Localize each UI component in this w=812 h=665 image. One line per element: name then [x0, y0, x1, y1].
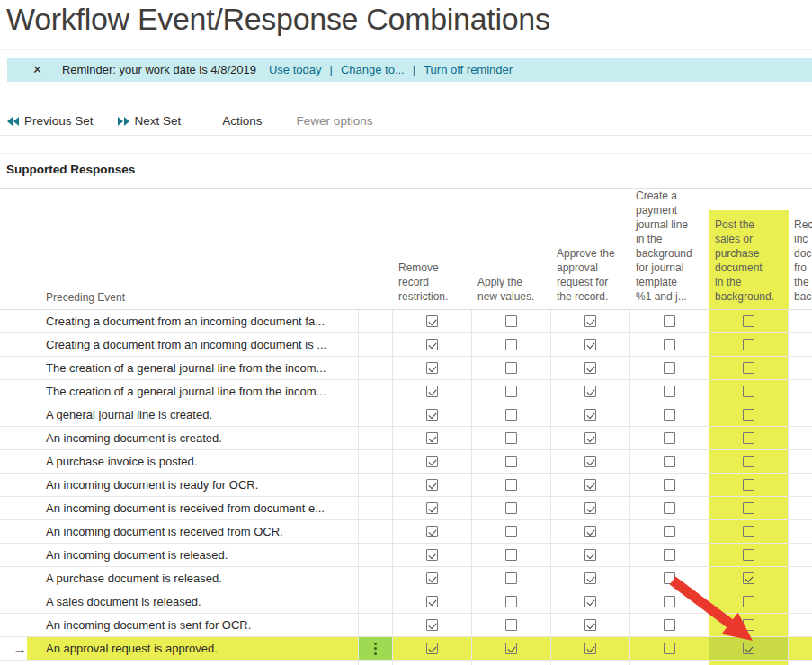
- checkbox[interactable]: [505, 572, 517, 584]
- column-header[interactable]: Recincdocfrothebac: [789, 217, 812, 312]
- checkbox-cell-apply-new-values[interactable]: [472, 380, 551, 403]
- checkbox[interactable]: [505, 456, 517, 467]
- turn-off-reminder-link[interactable]: Turn off reminder: [424, 63, 513, 76]
- checkbox[interactable]: [505, 502, 517, 514]
- checkbox-cell-apply-new-values[interactable]: [472, 614, 551, 636]
- checkbox[interactable]: [664, 596, 675, 607]
- checkbox[interactable]: [743, 362, 754, 374]
- checkbox[interactable]: [584, 549, 596, 561]
- row-selector-cell[interactable]: →: [0, 380, 40, 403]
- checkbox-cell-approve-approval-request[interactable]: [551, 637, 630, 660]
- row-ellipsis-cell[interactable]: [359, 520, 393, 543]
- checkbox[interactable]: [664, 456, 675, 467]
- checkbox[interactable]: [426, 479, 438, 491]
- checkbox-cell-create-payment-journal-line[interactable]: [630, 310, 709, 332]
- checkbox-cell-post-document-in-background[interactable]: [709, 474, 789, 496]
- checkbox-cell-remove-record-restriction[interactable]: [393, 403, 472, 426]
- ellipsis-icon[interactable]: [374, 643, 377, 655]
- preceding-event-cell[interactable]: Creating a document from an incoming doc…: [40, 333, 359, 356]
- preceding-event-cell[interactable]: Creating a document from an incoming doc…: [40, 310, 359, 332]
- checkbox[interactable]: [584, 386, 596, 397]
- checkbox[interactable]: [743, 596, 754, 607]
- checkbox-cell-create-payment-journal-line[interactable]: [630, 357, 709, 379]
- checkbox-cell-create-payment-journal-line[interactable]: [630, 567, 709, 590]
- checkbox[interactable]: [584, 572, 596, 584]
- checkbox-cell-remove-record-restriction[interactable]: [393, 544, 472, 566]
- checkbox[interactable]: [584, 619, 596, 631]
- checkbox-cell-post-document-in-background[interactable]: [709, 357, 789, 379]
- checkbox-cell-approve-approval-request[interactable]: [551, 310, 630, 332]
- row-ellipsis-cell[interactable]: [359, 544, 393, 566]
- checkbox-cell-remove-record-restriction[interactable]: [393, 497, 472, 519]
- checkbox[interactable]: [743, 479, 754, 491]
- row-ellipsis-cell[interactable]: [359, 614, 393, 636]
- checkbox-cell-create-payment-journal-line[interactable]: [630, 637, 709, 660]
- checkbox-cell-create-payment-journal-line[interactable]: [630, 380, 709, 403]
- checkbox[interactable]: [426, 643, 438, 654]
- checkbox-cell-post-document-in-background[interactable]: [709, 590, 789, 613]
- checkbox[interactable]: [505, 619, 517, 631]
- row-selector-cell[interactable]: →: [0, 614, 40, 636]
- row-selector-cell[interactable]: →: [0, 544, 40, 566]
- checkbox-cell-apply-new-values[interactable]: [472, 637, 551, 660]
- checkbox[interactable]: [743, 643, 754, 654]
- checkbox[interactable]: [584, 362, 596, 374]
- checkbox[interactable]: [664, 315, 675, 327]
- checkbox[interactable]: [584, 502, 596, 514]
- checkbox-cell-remove-record-restriction[interactable]: [393, 333, 472, 356]
- checkbox[interactable]: [584, 339, 596, 350]
- preceding-event-cell[interactable]: A purchase invoice is posted.: [40, 450, 359, 473]
- row-selector-cell[interactable]: →: [0, 474, 40, 496]
- checkbox-cell-create-payment-journal-line[interactable]: [630, 450, 709, 473]
- row-selector-cell[interactable]: →: [0, 310, 40, 332]
- row-ellipsis-cell[interactable]: [359, 474, 393, 496]
- checkbox[interactable]: [743, 502, 754, 514]
- checkbox-cell-approve-approval-request[interactable]: [551, 590, 630, 613]
- checkbox[interactable]: [743, 339, 754, 350]
- table-row[interactable]: → An incoming document is created.: [0, 427, 812, 450]
- checkbox[interactable]: [426, 526, 438, 537]
- checkbox-cell-remove-record-restriction[interactable]: [393, 474, 472, 496]
- checkbox-cell-approve-approval-request[interactable]: [551, 403, 630, 426]
- row-selector-cell[interactable]: →: [0, 567, 40, 590]
- checkbox-cell-post-document-in-background[interactable]: [709, 427, 789, 449]
- checkbox-cell-create-payment-journal-line[interactable]: [630, 614, 709, 636]
- checkbox[interactable]: [426, 386, 438, 397]
- row-ellipsis-cell[interactable]: [359, 357, 393, 379]
- checkbox[interactable]: [505, 409, 517, 421]
- checkbox-cell-remove-record-restriction[interactable]: [393, 427, 472, 449]
- table-row[interactable]: → An incoming document is released.: [0, 544, 812, 567]
- table-row[interactable]: → A general journal line is created.: [0, 403, 812, 427]
- row-selector-cell[interactable]: →: [0, 357, 40, 379]
- checkbox[interactable]: [664, 386, 675, 397]
- checkbox-cell-apply-new-values[interactable]: [472, 520, 551, 543]
- preceding-event-cell[interactable]: A sales document is released.: [40, 590, 359, 613]
- preceding-event-cell[interactable]: An incoming document is created.: [40, 427, 359, 449]
- checkbox-cell-approve-approval-request[interactable]: [551, 357, 630, 379]
- checkbox[interactable]: [743, 409, 754, 421]
- checkbox-cell-post-document-in-background[interactable]: [709, 520, 789, 543]
- checkbox-cell-create-payment-journal-line[interactable]: [630, 520, 709, 543]
- checkbox-cell-post-document-in-background[interactable]: [709, 497, 789, 519]
- checkbox-cell-create-payment-journal-line[interactable]: [630, 497, 709, 519]
- checkbox-cell-apply-new-values[interactable]: [472, 544, 551, 566]
- checkbox[interactable]: [426, 549, 438, 561]
- preceding-event-cell[interactable]: The creation of a general journal line f…: [40, 357, 359, 379]
- checkbox[interactable]: [743, 526, 754, 537]
- next-set-button[interactable]: Next Set: [118, 114, 182, 128]
- checkbox-cell-create-payment-journal-line[interactable]: [630, 474, 709, 496]
- checkbox[interactable]: [584, 643, 596, 654]
- checkbox[interactable]: [505, 643, 517, 654]
- checkbox-cell-approve-approval-request[interactable]: [551, 474, 630, 496]
- column-header[interactable]: Post thesales orpurchasedocumentin theba…: [709, 217, 789, 312]
- checkbox-cell-post-document-in-background[interactable]: [709, 310, 789, 332]
- checkbox[interactable]: [426, 432, 438, 444]
- checkbox-cell-remove-record-restriction[interactable]: [393, 450, 472, 473]
- checkbox[interactable]: [505, 362, 517, 374]
- checkbox-cell-remove-record-restriction[interactable]: [393, 567, 472, 590]
- table-row[interactable]: → Creating a document from an incoming d…: [0, 310, 812, 333]
- checkbox-cell-approve-approval-request[interactable]: [551, 380, 630, 403]
- checkbox[interactable]: [505, 526, 517, 537]
- checkbox-cell-post-document-in-background[interactable]: [709, 614, 789, 636]
- checkbox-cell-remove-record-restriction[interactable]: [393, 637, 472, 660]
